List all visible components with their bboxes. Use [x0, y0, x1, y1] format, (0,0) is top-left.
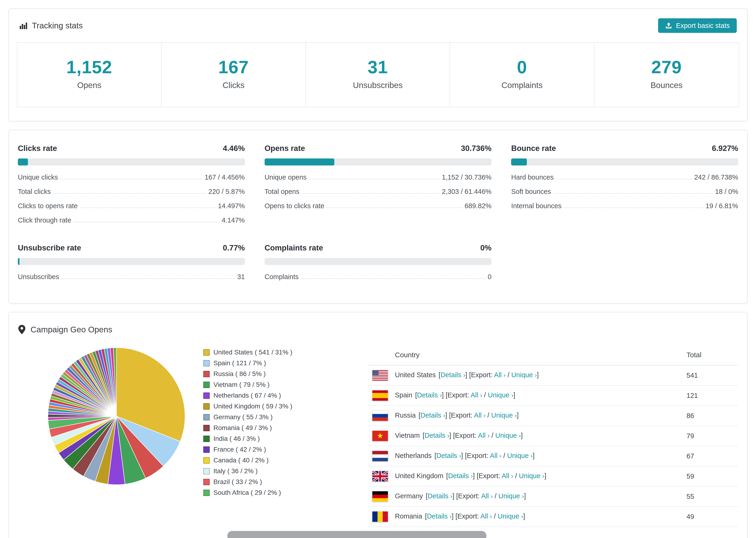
slash: / — [487, 411, 489, 419]
rate-row-label: Total opens — [265, 188, 299, 195]
legend-label: India ( 46 / 3% ) — [213, 435, 260, 443]
export-unique-link[interactable]: Unique › — [499, 492, 524, 500]
export-all-link[interactable]: All › — [490, 452, 502, 459]
rate-percentage: 6.927% — [712, 144, 738, 153]
dotted-leader — [309, 179, 440, 179]
dotted-leader — [553, 193, 713, 194]
export-all-link[interactable]: All › — [478, 432, 490, 439]
rate-row-unsubscribes: Unsubscribes31 — [18, 273, 245, 281]
bracket: ] — [442, 391, 444, 399]
slash: / — [494, 512, 496, 520]
flag-de-icon — [372, 491, 388, 502]
rate-progressbar-fill — [18, 158, 28, 166]
rate-row-label: Clicks to opens rate — [18, 202, 78, 210]
export-all-link[interactable]: All › — [470, 391, 482, 399]
chevron-right-icon: › — [531, 452, 533, 459]
export-unique-link[interactable]: Unique › — [507, 452, 533, 459]
rate-row-label: Internal bounces — [511, 202, 561, 210]
rate-row-value: 242 / 86.738% — [694, 174, 738, 181]
rate-row-label: Click through rate — [18, 216, 71, 224]
export-label: [Export: — [456, 492, 480, 500]
details-link[interactable]: Details › — [417, 391, 442, 399]
rate-rows: Unique opens1,152 / 30.736%Total opens2,… — [265, 174, 492, 210]
slash: / — [495, 492, 497, 500]
rate-progressbar — [18, 158, 245, 166]
export-label: [Export: — [456, 512, 479, 520]
rate-progressbar-fill — [265, 158, 334, 166]
legend-swatch — [203, 490, 210, 496]
horizontal-scrollbar[interactable] — [227, 531, 486, 538]
rate-row-label: Opens to clicks rate — [265, 202, 324, 210]
export-all-link[interactable]: All › — [502, 472, 513, 480]
rate-row-value: 689.82% — [465, 202, 492, 210]
rate-percentage: 0.77% — [223, 243, 245, 252]
export-all-link[interactable]: All › — [494, 371, 506, 379]
export-unique-link[interactable]: Unique › — [519, 472, 544, 480]
flag-es-icon — [372, 390, 388, 401]
legend-swatch — [203, 479, 210, 485]
country-total: 121 — [686, 385, 738, 405]
rate-title: Bounce rate — [511, 144, 556, 153]
legend-item-russia: Russia ( 86 / 5% ) — [203, 370, 368, 378]
export-all-link[interactable]: All › — [474, 411, 486, 419]
rate-row-complaints: Complaints0 — [265, 273, 492, 281]
geo-table-row-united-kingdom: United Kingdom[Details ›] [Export: All ›… — [368, 466, 738, 486]
rate-row-label: Total clicks — [18, 188, 51, 195]
geo-opens-card: Campaign Geo Opens United States ( 541 /… — [9, 312, 747, 538]
export-unique-link[interactable]: Unique › — [491, 411, 517, 419]
geo-table-row-netherlands: Netherlands[Details ›] [Export: All › / … — [368, 446, 738, 466]
chevron-right-icon: › — [487, 432, 490, 439]
rates-grid: Clicks rate4.46%Unique clicks167 / 4.456… — [18, 144, 738, 281]
details-link[interactable]: Details › — [428, 492, 453, 500]
chevron-right-icon: › — [511, 472, 513, 480]
legend-item-south-africa: South Africa ( 29 / 2% ) — [203, 489, 368, 497]
rate-head: Unsubscribe rate0.77% — [18, 243, 245, 252]
rate-row-label: Soft bounces — [511, 188, 551, 195]
bracket: ] — [452, 512, 454, 520]
rate-head: Clicks rate4.46% — [18, 144, 245, 153]
dotted-leader — [302, 193, 440, 194]
rate-title: Unsubscribe rate — [18, 243, 81, 252]
flag-vn-icon — [372, 431, 388, 441]
rate-block-complaints-rate: Complaints rate0%Complaints0 — [265, 243, 492, 281]
details-link[interactable]: Details › — [424, 432, 449, 439]
stat-label: Complaints — [453, 81, 591, 90]
stat-value: 167 — [164, 57, 303, 77]
rate-progressbar — [265, 158, 492, 166]
legend-item-france: France ( 42 / 2% ) — [203, 446, 368, 453]
details-link[interactable]: Details › — [441, 371, 465, 379]
legend-item-germany: Germany ( 55 / 3% ) — [203, 413, 368, 421]
chevron-right-icon: › — [471, 472, 473, 480]
flag-gb-icon — [372, 471, 388, 481]
stat-bounces: 279Bounces — [594, 43, 739, 107]
bracket: ] — [445, 411, 447, 419]
export-all-link[interactable]: All › — [481, 492, 493, 500]
geo-opens-title-text: Campaign Geo Opens — [30, 325, 112, 334]
rate-row-value: 18 / 0% — [715, 188, 738, 195]
rate-title: Clicks rate — [18, 144, 57, 153]
export-basic-stats-button[interactable]: Export basic stats — [658, 18, 737, 33]
legend-label: South Africa ( 29 / 2% ) — [213, 489, 281, 497]
export-unique-link[interactable]: Unique › — [488, 391, 513, 399]
bracket: ] — [465, 371, 467, 379]
export-unique-link[interactable]: Unique › — [512, 371, 537, 379]
details-link[interactable]: Details › — [427, 512, 452, 520]
chevron-right-icon: › — [480, 392, 482, 399]
tracking-stats-title: Tracking stats — [19, 21, 83, 30]
export-unique-link[interactable]: Unique › — [498, 512, 523, 520]
rate-row-hard-bounces: Hard bounces242 / 86.738% — [511, 174, 738, 181]
export-unique-link[interactable]: Unique › — [495, 432, 521, 439]
bracket: [ — [419, 411, 420, 419]
chevron-right-icon: › — [490, 513, 492, 520]
legend-item-united-states: United States ( 541 / 31% ) — [203, 349, 368, 356]
stat-unsubscribes: 31Unsubscribes — [306, 43, 450, 107]
export-all-link[interactable]: All › — [480, 512, 492, 520]
details-link[interactable]: Details › — [420, 411, 445, 419]
rate-row-total-clicks: Total clicks220 / 5.87% — [18, 188, 245, 195]
bracket: ] — [517, 411, 519, 419]
details-link[interactable]: Details › — [448, 472, 473, 480]
bracket: ] — [473, 472, 475, 480]
details-link[interactable]: Details › — [436, 452, 461, 459]
stats-summary-grid: 1,152Opens167Clicks31Unsubscribes0Compla… — [17, 42, 739, 107]
dotted-leader — [327, 207, 462, 208]
